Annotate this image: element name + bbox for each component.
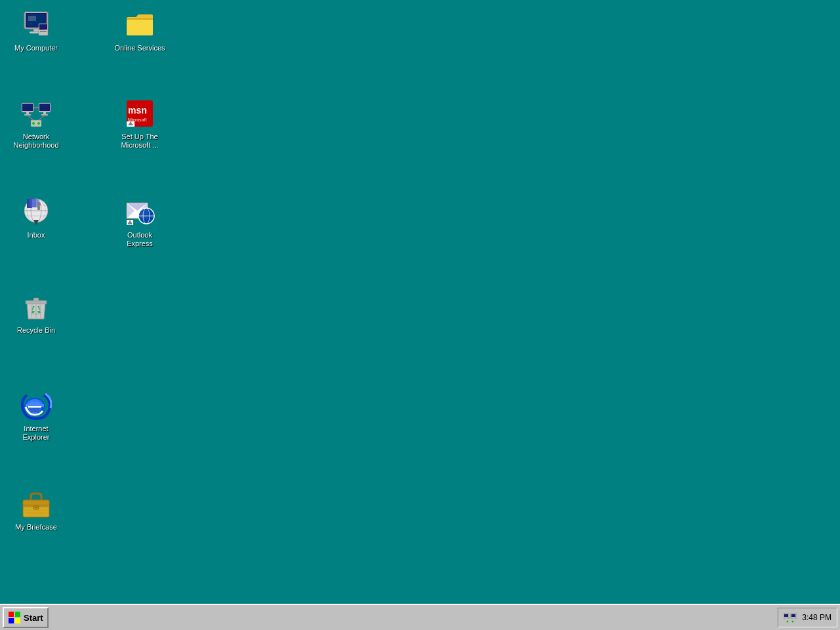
svg-point-42 xyxy=(37,202,41,206)
desktop-icon-setup-msn[interactable]: msn Microsoft Set Up The Microsoft ... xyxy=(110,95,169,153)
network-neighborhood-label: Network Neighborhood xyxy=(9,132,63,150)
svg-rect-66 xyxy=(23,500,49,505)
recycle-bin-icon xyxy=(20,291,52,323)
svg-rect-18 xyxy=(41,105,46,109)
svg-rect-73 xyxy=(15,612,20,617)
svg-rect-72 xyxy=(9,612,14,617)
svg-rect-8 xyxy=(40,30,43,30)
desktop-icon-network-neighborhood[interactable]: Network Neighborhood xyxy=(7,95,66,153)
recycle-bin-label: Recycle Bin xyxy=(16,326,56,335)
my-computer-label: My Computer xyxy=(13,43,59,53)
desktop-icon-outlook-express[interactable]: Outlook Express xyxy=(110,194,169,251)
start-label: Start xyxy=(24,613,43,623)
svg-point-23 xyxy=(32,122,35,125)
svg-rect-4 xyxy=(33,29,39,32)
desktop: My Computer Online Services xyxy=(0,0,840,604)
setup-msn-icon: msn Microsoft xyxy=(124,98,156,129)
svg-rect-40 xyxy=(32,199,37,207)
svg-rect-9 xyxy=(43,30,45,30)
svg-rect-13 xyxy=(24,105,29,109)
svg-rect-74 xyxy=(9,618,14,623)
svg-point-24 xyxy=(37,122,40,125)
svg-rect-75 xyxy=(15,618,20,623)
svg-text:Microsoft: Microsoft xyxy=(128,117,146,122)
svg-rect-78 xyxy=(786,618,787,620)
desktop-icon-recycle-bin[interactable]: Recycle Bin xyxy=(7,289,66,338)
inbox-label: Inbox xyxy=(26,230,47,240)
svg-line-26 xyxy=(39,116,45,120)
desktop-icon-my-computer[interactable]: My Computer xyxy=(7,7,66,56)
desktop-icon-internet-explorer[interactable]: Internet Explorer xyxy=(7,387,66,445)
online-services-icon xyxy=(124,9,156,41)
svg-rect-56 xyxy=(33,298,39,301)
svg-rect-20 xyxy=(41,114,48,116)
internet-explorer-label: Internet Explorer xyxy=(9,424,63,442)
svg-rect-19 xyxy=(43,112,46,114)
my-computer-icon xyxy=(20,9,52,41)
outlook-express-label: Outlook Express xyxy=(113,230,167,249)
outlook-express-icon xyxy=(124,196,156,228)
network-neighborhood-icon xyxy=(20,98,52,129)
system-clock: 3:48 PM xyxy=(802,613,831,622)
desktop-icon-inbox[interactable]: Inbox xyxy=(7,194,66,243)
svg-point-84 xyxy=(787,621,789,623)
svg-rect-79 xyxy=(785,620,788,620)
inbox-icon xyxy=(20,196,52,228)
svg-point-85 xyxy=(792,621,794,623)
svg-rect-3 xyxy=(28,16,36,21)
taskbar: Start 3:48 PM xyxy=(0,604,840,630)
svg-text:msn: msn xyxy=(128,105,147,116)
system-tray: 3:48 PM xyxy=(778,608,837,627)
svg-rect-7 xyxy=(39,24,47,30)
svg-rect-81 xyxy=(791,614,795,617)
desktop-icon-my-briefcase[interactable]: My Briefcase xyxy=(7,486,66,535)
tray-network-icon xyxy=(784,612,797,623)
my-briefcase-icon xyxy=(20,488,52,520)
svg-line-25 xyxy=(28,116,33,120)
setup-msn-label: Set Up The Microsoft ... xyxy=(113,132,167,150)
svg-rect-10 xyxy=(40,31,47,32)
svg-rect-43 xyxy=(37,206,40,210)
svg-rect-82 xyxy=(793,618,794,620)
desktop-icon-online-services[interactable]: Online Services xyxy=(110,7,169,56)
online-services-label: Online Services xyxy=(113,43,166,53)
svg-rect-14 xyxy=(26,112,29,114)
internet-explorer-icon xyxy=(20,390,52,421)
my-briefcase-label: My Briefcase xyxy=(14,522,58,532)
svg-rect-15 xyxy=(24,114,31,116)
start-button[interactable]: Start xyxy=(3,607,49,628)
svg-rect-77 xyxy=(784,614,788,617)
svg-rect-83 xyxy=(792,620,795,620)
